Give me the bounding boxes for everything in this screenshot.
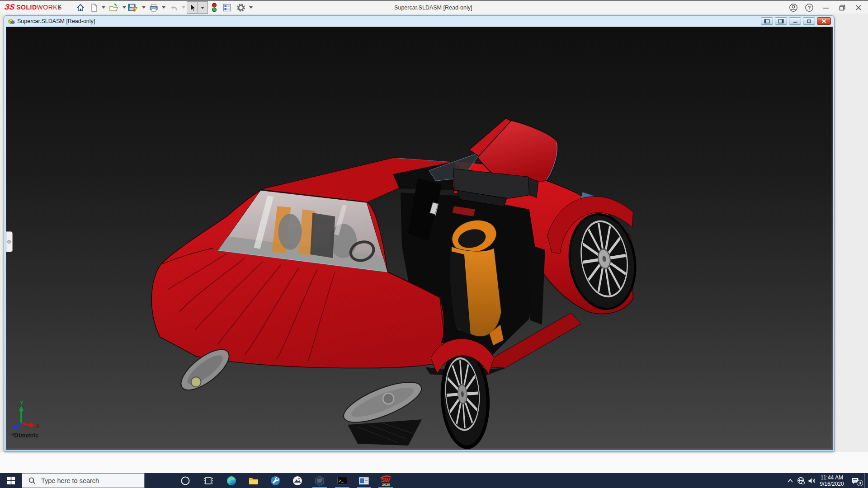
select-tool-dropdown[interactable] xyxy=(198,2,208,13)
chevron-up-icon xyxy=(787,478,793,483)
app-titlebar: ЗS SOLIDWORKS xyxy=(0,0,868,14)
select-cursor-icon[interactable] xyxy=(187,2,197,13)
document-title: Supercar.SLDASM [Read-only] xyxy=(17,18,95,24)
file-explorer-icon xyxy=(248,476,259,485)
sw-icon-year: 2020 xyxy=(382,483,390,487)
taskbar-item-file-explorer[interactable] xyxy=(243,473,264,488)
graphics-viewport[interactable]: Y X *Dimetric xyxy=(6,27,833,450)
globe-no-internet-icon xyxy=(797,477,805,485)
car-model[interactable] xyxy=(151,118,643,450)
undo-dropdown xyxy=(182,6,185,9)
app-bottom-strip xyxy=(0,452,868,473)
help-glyph: ? xyxy=(808,5,811,10)
task-pane-form-icon[interactable] xyxy=(222,2,232,13)
wrench-circle-icon xyxy=(270,475,281,486)
document-titlebar[interactable]: Supercar.SLDASM [Read-only] xyxy=(4,16,834,27)
feature-manager-flyout-tab[interactable] xyxy=(6,231,13,252)
tray-hidden-icons-chevron[interactable] xyxy=(785,473,796,488)
assembly-document-icon xyxy=(7,18,15,25)
help-icon[interactable]: ? xyxy=(802,1,817,14)
taskbar-item-remote-window[interactable] xyxy=(353,473,375,488)
options-gear-icon[interactable] xyxy=(236,2,246,13)
taskbar-item-command-prompt[interactable]: >_ xyxy=(331,473,353,488)
taskbar-item-task-view[interactable] xyxy=(198,473,219,488)
select-tool-button[interactable] xyxy=(187,1,208,14)
open-file-icon[interactable] xyxy=(108,2,119,13)
notification-count-badge: 3 xyxy=(857,480,863,486)
tray-time: 11:44 AM xyxy=(817,474,846,481)
new-document-dropdown[interactable] xyxy=(102,6,105,9)
new-document-icon[interactable] xyxy=(89,2,99,13)
save-dropdown[interactable] xyxy=(142,6,146,9)
doc-minimize-button[interactable] xyxy=(789,17,801,25)
taskbar-search-input[interactable]: Type here to search xyxy=(22,473,145,488)
orientation-triad[interactable]: Y X xyxy=(12,400,40,429)
undo-icon xyxy=(169,2,179,13)
cortana-icon xyxy=(180,476,190,486)
brand-text-bold: SOLID xyxy=(16,4,37,11)
viewport-3d-model[interactable]: Y X xyxy=(6,27,833,450)
cmd-prompt-glyph: >_ xyxy=(339,479,344,483)
options-dropdown[interactable] xyxy=(249,6,253,9)
restore-button[interactable] xyxy=(835,1,850,14)
view-orientation-label: *Dimetric xyxy=(12,432,39,439)
minimize-button[interactable] xyxy=(818,1,834,14)
command-prompt-icon: >_ xyxy=(337,476,348,485)
print-dropdown[interactable] xyxy=(162,6,165,9)
flyout-tab-handle xyxy=(7,240,11,244)
tray-clock[interactable]: 11:44 AM 9/16/2020 xyxy=(817,474,846,487)
triad-x-label: X xyxy=(36,423,40,429)
close-button[interactable] xyxy=(851,1,866,14)
doc-restore-button[interactable] xyxy=(803,17,815,25)
doc-previous-window-button[interactable] xyxy=(761,17,773,25)
windows-logo-icon xyxy=(7,477,15,484)
taskbar-item-admin-wrench[interactable] xyxy=(264,473,286,488)
taskbar-item-edge[interactable] xyxy=(221,473,242,488)
taskbar-item-solidworks-2020[interactable]: SW 2020 xyxy=(375,473,396,488)
start-button[interactable] xyxy=(0,473,22,488)
menu-flyout-arrow-icon[interactable] xyxy=(58,5,61,10)
solidworks-logo-glyph: ЗS xyxy=(4,3,15,12)
tray-network-globe[interactable] xyxy=(796,473,807,488)
speaker-icon xyxy=(808,477,816,484)
taskbar-item-photos[interactable] xyxy=(287,473,308,488)
search-placeholder: Type here to search xyxy=(41,477,99,484)
home-icon[interactable] xyxy=(75,2,86,13)
photos-icon xyxy=(292,475,303,486)
open-file-dropdown[interactable] xyxy=(123,6,126,9)
rebuild-traffic-light-icon[interactable] xyxy=(209,2,220,13)
hexagon-app-icon xyxy=(314,475,325,486)
windows-taskbar: Type here to search xyxy=(0,473,868,488)
doc-close-button[interactable] xyxy=(817,17,831,25)
blue-window-app-icon xyxy=(359,476,369,485)
solidworks-logo: ЗS SOLIDWORKS xyxy=(5,3,62,12)
save-icon[interactable] xyxy=(127,2,138,13)
print-icon[interactable] xyxy=(148,2,159,13)
tray-volume[interactable] xyxy=(807,473,817,488)
account-icon[interactable] xyxy=(786,1,801,14)
search-icon xyxy=(28,477,36,484)
edge-icon xyxy=(226,475,237,486)
tray-date: 9/16/2020 xyxy=(817,481,846,487)
triad-y-label: Y xyxy=(20,400,24,405)
app-window-title: Supercar.SLDASM [Read-only] xyxy=(394,1,472,14)
task-view-icon xyxy=(203,476,213,485)
doc-next-window-button[interactable] xyxy=(775,17,787,25)
taskbar-item-3d-platform[interactable] xyxy=(309,473,330,488)
show-desktop-button[interactable] xyxy=(864,473,868,488)
taskbar-item-cortana[interactable] xyxy=(175,473,196,488)
document-window: Supercar.SLDASM [Read-only] xyxy=(4,15,835,452)
solidworks-2020-icon: SW 2020 xyxy=(379,475,392,487)
action-center-button[interactable]: 3 xyxy=(846,473,864,488)
